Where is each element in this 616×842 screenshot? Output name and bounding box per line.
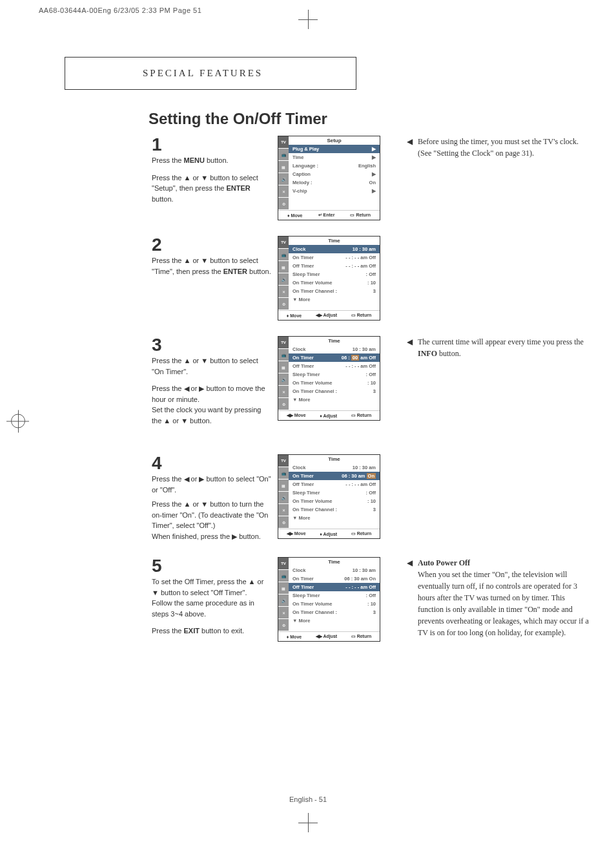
step-1-text: 1 Press the MENU button. Press the ▲ or … (152, 136, 278, 204)
crop-mark-left (6, 410, 29, 432)
osd-footer: ◀▶ Move♦ Adjust▭ Return (278, 529, 380, 538)
tab-icon: ▦ (278, 161, 289, 173)
menu-row: Clock10 : 30 am (289, 463, 380, 472)
tab-icon: ⚙ (278, 298, 289, 310)
osd-time-2: TV📺▦🔊✕⚙TimeClock10 : 30 amOn Timer06 : 0… (278, 336, 380, 421)
osd-setup: TV📺▦🔊✕⚙SetupPlug & Play▶Time▶Language :E… (278, 136, 380, 220)
step-4: 4 Press the ◀ or ▶ button to select "On"… (152, 454, 591, 542)
menu-row: Sleep Timer: Off (289, 370, 380, 379)
crop-mark-bottom (298, 813, 318, 832)
menu-row: ▼ More (289, 295, 380, 304)
tab-icon: ▦ (278, 479, 289, 492)
crop-mark-top (298, 10, 318, 29)
sidebar-note-3: ◀Auto Power OffWhen you set the timer "O… (381, 557, 591, 644)
tab-tv: TV (278, 136, 289, 149)
osd-footer: ◀▶ Move♦ Adjust▭ Return (278, 410, 380, 420)
step-2: 2 Press the ▲ or ▼ button to select "Tim… (152, 236, 591, 321)
osd-footer: ♦ Move↵ Enter▭ Return (278, 210, 380, 220)
tab-icon: ✕ (278, 386, 289, 398)
tab-tv: TV (278, 237, 289, 249)
tab-icon: 📺 (278, 467, 289, 479)
menu-row: On Timer Channel :3 (289, 387, 380, 395)
step-number: 2 (152, 236, 271, 254)
section-header: SPECIAL FEATURES (65, 57, 356, 90)
tab-icon: ✕ (278, 504, 289, 516)
tab-icon: 🔊 (278, 595, 289, 607)
tab-icon: ⚙ (278, 619, 289, 631)
tab-icon: ▦ (278, 261, 289, 273)
menu-row: On Timer06 : 30 am On (289, 574, 380, 583)
tab-icon: ✕ (278, 185, 289, 198)
osd-time-3: TV📺▦🔊✕⚙TimeClock10 : 30 amOn Timer06 : 3… (278, 454, 380, 539)
tab-icon: 📺 (278, 570, 289, 582)
tab-icon: 🔊 (278, 173, 289, 185)
sidebar-note-2: ◀The current time will appear every time… (381, 336, 591, 364)
menu-row: Melody :On (289, 178, 380, 187)
menu-row: On Timer- - : - - am Off (289, 253, 380, 262)
tab-icon: ⚙ (278, 398, 289, 410)
tab-icon: 🔊 (278, 273, 289, 286)
tab-tv: TV (278, 455, 289, 467)
menu-row: Sleep Timer: Off (289, 489, 380, 497)
step-3: 3 Press the ▲ or ▼ button to select "On … (152, 336, 381, 426)
tab-icon: ⚙ (278, 516, 289, 529)
osd-title: Setup (289, 136, 380, 145)
step-number: 5 (152, 557, 271, 575)
left-arrow-icon: ◀ (407, 336, 413, 359)
tab-tv: TV (278, 558, 289, 570)
osd-title: Time (289, 455, 380, 463)
menu-row: ▼ More (289, 395, 380, 404)
menu-row: On Timer Channel :3 (289, 505, 380, 514)
osd-title: Time (289, 337, 380, 345)
menu-row: Clock10 : 30 am (289, 245, 380, 253)
menu-row: Off Timer- - : - - am Off (289, 362, 380, 370)
tab-icon: ▦ (278, 582, 289, 595)
tab-icon: ▦ (278, 361, 289, 374)
menu-row: On Timer06 : 30 am On (289, 472, 380, 480)
tab-icon: ✕ (278, 286, 289, 298)
tab-icon: ✕ (278, 607, 289, 619)
menu-row: Off Timer- - : - - am Off (289, 480, 380, 489)
osd-title: Time (289, 558, 380, 566)
osd-title: Time (289, 237, 380, 245)
tab-icon: 📺 (278, 349, 289, 361)
menu-row: Clock10 : 30 am (289, 566, 380, 574)
menu-row: On Timer Volume: 10 (289, 379, 380, 387)
page-number: English - 51 (289, 795, 327, 803)
menu-row: Sleep Timer: Off (289, 591, 380, 600)
menu-row: On Timer06 : 00 am Off (289, 353, 380, 362)
left-arrow-icon: ◀ (407, 136, 413, 159)
tab-icon: ⚙ (278, 198, 289, 210)
menu-row: ▼ More (289, 616, 380, 625)
menu-row: On Timer Volume: 10 (289, 497, 380, 505)
tab-icon: 🔊 (278, 374, 289, 386)
menu-row: On Timer Channel :3 (289, 287, 380, 295)
osd-time-1: TV📺▦🔊✕⚙TimeClock10 : 30 amOn Timer- - : … (278, 236, 380, 321)
menu-row: On Timer Volume: 10 (289, 279, 380, 287)
print-header: AA68-03644A-00Eng 6/23/05 2:33 PM Page 5… (39, 6, 201, 14)
step-number: 3 (152, 336, 271, 354)
osd-footer: ♦ Move◀▶ Adjust▭ Return (278, 631, 380, 641)
menu-row: Language :English (289, 162, 380, 170)
tab-icon: 🔊 (278, 492, 289, 504)
menu-row: Plug & Play▶ (289, 145, 380, 153)
left-arrow-icon: ◀ (407, 557, 413, 638)
menu-row: V-chip▶ (289, 187, 380, 195)
tab-icon: 📺 (278, 249, 289, 261)
osd-time-4: TV📺▦🔊✕⚙TimeClock10 : 30 amOn Timer06 : 3… (278, 557, 380, 642)
sidebar-note-1: ◀Before using the timer, you must set th… (381, 136, 591, 164)
osd-footer: ♦ Move◀▶ Adjust▭ Return (278, 310, 380, 320)
menu-row: Time▶ (289, 153, 380, 162)
tab-icon: 📺 (278, 149, 289, 161)
step-5: 5 To set the Off Timer, press the ▲ or ▼… (152, 557, 381, 642)
tab-tv: TV (278, 337, 289, 349)
page-title: Setting the On/Off Timer (149, 110, 327, 128)
menu-row: On Timer Channel :3 (289, 608, 380, 616)
step-number: 4 (152, 454, 271, 472)
page: AA68-03644A-00Eng 6/23/05 2:33 PM Page 5… (0, 0, 616, 842)
step-number: 1 (152, 136, 271, 154)
menu-row: Sleep Timer: Off (289, 270, 380, 279)
menu-row: Caption▶ (289, 170, 380, 178)
content: 1 Press the MENU button. Press the ▲ or … (152, 136, 591, 657)
menu-row: Clock10 : 30 am (289, 345, 380, 353)
